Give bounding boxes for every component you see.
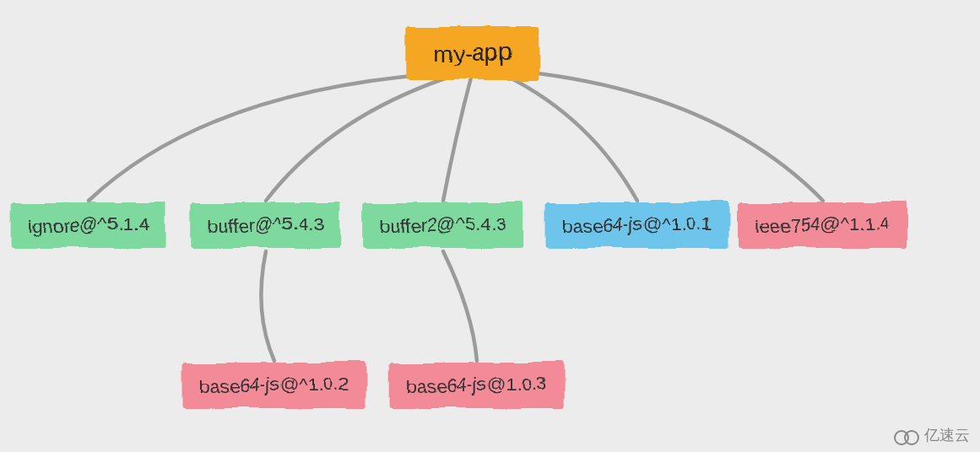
cloud-icon (894, 425, 919, 445)
watermark-text: 亿速云 (924, 425, 970, 445)
diagram-canvas: my-app ignore@^5.1.4 buffer@^5.4.3 buffe… (0, 0, 980, 452)
node-ieee754: ieee754@^1.1.4 (739, 202, 907, 248)
node-base64js-103: base64-js@1.0.3 (390, 363, 565, 408)
node-buffer: buffer@^5.4.3 (191, 202, 340, 248)
node-base64js-102: base64-js@^1.0.2 (183, 363, 366, 408)
node-root: my-app (406, 26, 539, 80)
node-ignore: ignore@^5.1.4 (12, 202, 166, 248)
node-buffer2: buffer2@^5.4.3 (363, 202, 523, 248)
watermark: 亿速云 (894, 425, 970, 445)
node-base64js: base64-js@^1.0.1 (546, 202, 729, 248)
